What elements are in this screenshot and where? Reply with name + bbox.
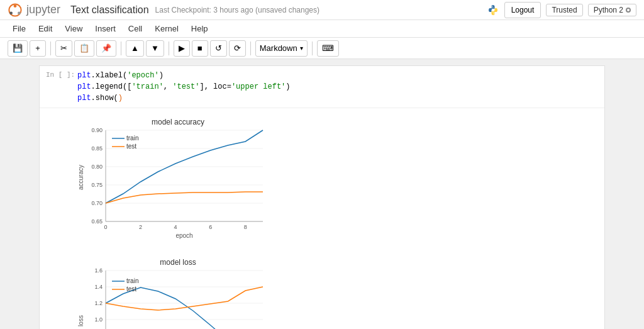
jupyter-wordmark: jupyter: [26, 3, 60, 16]
copy-button[interactable]: 📋: [74, 40, 94, 57]
move-up-button[interactable]: ▲: [126, 40, 144, 57]
toolbar: 💾 + ✂ 📋 📌 ▲ ▼ ▶ ■ ↺ ⟳ Markdown ▾ ⌨: [0, 38, 644, 59]
svg-text:0.80: 0.80: [91, 164, 103, 170]
svg-text:1.0: 1.0: [94, 316, 103, 323]
header-right: Logout Trusted Python 2: [487, 2, 636, 18]
accuracy-legend-test-label: test: [126, 143, 136, 150]
dropdown-arrow-icon: ▾: [300, 45, 303, 52]
svg-text:6: 6: [209, 224, 212, 230]
svg-text:0.70: 0.70: [91, 200, 103, 206]
svg-text:0.90: 0.90: [91, 127, 103, 133]
accuracy-legend-train-label: train: [126, 135, 138, 142]
refresh-button[interactable]: ⟳: [229, 40, 246, 57]
svg-text:0: 0: [104, 224, 107, 230]
trusted-badge: Trusted: [546, 4, 582, 16]
kernel-dot: [626, 8, 631, 13]
cell-container: In [ ]: plt.xlabel('epoch') plt.legend([…: [39, 65, 605, 329]
jupyter-logo: jupyter: [8, 3, 60, 18]
svg-point-3: [9, 11, 13, 14]
svg-point-1: [14, 4, 17, 8]
code-cell: In [ ]: plt.xlabel('epoch') plt.legend([…: [39, 65, 605, 329]
code-line-1: plt.xlabel('epoch'): [77, 70, 598, 81]
loss-legend-test-label: test: [126, 286, 136, 293]
menu-file[interactable]: File: [8, 23, 31, 35]
loss-chart: model loss loss 0: [77, 255, 279, 329]
accuracy-y-label: accuracy: [77, 165, 84, 190]
svg-text:4: 4: [174, 224, 177, 230]
move-down-button[interactable]: ▼: [146, 40, 164, 57]
loss-chart-wrapper: model loss loss 0: [77, 255, 598, 329]
code-line-3: plt.show(): [77, 92, 598, 104]
save-button[interactable]: 💾: [8, 40, 28, 57]
toolbar-separator-3: [169, 42, 169, 55]
notebook-title: Text classification: [70, 4, 149, 16]
logout-button[interactable]: Logout: [504, 2, 541, 18]
accuracy-test-line: [106, 192, 263, 203]
toolbar-separator-5: [312, 42, 313, 55]
accuracy-chart-wrapper: model accuracy accuracy: [77, 114, 598, 242]
svg-text:0.85: 0.85: [91, 145, 103, 152]
checkpoint-status: Last Checkpoint: 3 hours ago (unsaved ch…: [155, 6, 320, 14]
loss-chart-title: model loss: [160, 258, 196, 267]
menu-view[interactable]: View: [60, 23, 87, 35]
cell-output: model accuracy accuracy: [40, 108, 604, 329]
code-line-2: plt.legend(['train', 'test'], loc='upper…: [77, 81, 598, 92]
python-logo-icon: [487, 4, 499, 16]
svg-text:1.4: 1.4: [94, 284, 103, 290]
menubar: File Edit View Insert Cell Kernel Help: [0, 20, 644, 38]
jupyter-logo-icon: [8, 3, 23, 18]
accuracy-chart-title: model accuracy: [152, 118, 204, 126]
svg-text:1.2: 1.2: [94, 300, 103, 306]
cut-button[interactable]: ✂: [55, 40, 72, 57]
menu-cell[interactable]: Cell: [123, 23, 147, 35]
svg-text:0.65: 0.65: [91, 218, 103, 225]
loss-train-line: [106, 287, 263, 329]
menu-kernel[interactable]: Kernel: [150, 23, 184, 35]
accuracy-chart: model accuracy accuracy: [77, 114, 279, 240]
svg-point-4: [491, 6, 492, 7]
loss-y-label: loss: [77, 315, 84, 326]
cell-input[interactable]: In [ ]: plt.xlabel('epoch') plt.legend([…: [40, 66, 604, 108]
header: jupyter Text classification Last Checkpo…: [0, 0, 644, 20]
svg-text:1.6: 1.6: [94, 267, 103, 274]
stop-button[interactable]: ■: [192, 40, 208, 57]
toolbar-separator-2: [121, 42, 121, 55]
loss-legend-train-label: train: [126, 277, 138, 284]
cell-type-dropdown[interactable]: Markdown ▾: [255, 40, 308, 57]
svg-text:0.75: 0.75: [91, 182, 103, 188]
paste-button[interactable]: 📌: [96, 40, 116, 57]
svg-text:epoch: epoch: [175, 232, 192, 239]
svg-text:2: 2: [139, 224, 142, 230]
menu-insert[interactable]: Insert: [90, 23, 121, 35]
notebook: In [ ]: plt.xlabel('epoch') plt.legend([…: [0, 59, 644, 329]
svg-text:8: 8: [244, 224, 247, 230]
svg-point-2: [18, 11, 21, 14]
restart-button[interactable]: ↺: [210, 40, 227, 57]
keyboard-button[interactable]: ⌨: [317, 40, 339, 57]
toolbar-separator-4: [250, 42, 251, 55]
kernel-badge: Python 2: [588, 4, 636, 16]
run-button[interactable]: ▶: [174, 40, 190, 57]
menu-edit[interactable]: Edit: [33, 23, 57, 35]
svg-point-5: [493, 13, 494, 14]
add-cell-button[interactable]: +: [30, 40, 46, 57]
toolbar-separator-1: [50, 42, 51, 55]
menu-help[interactable]: Help: [186, 23, 213, 35]
